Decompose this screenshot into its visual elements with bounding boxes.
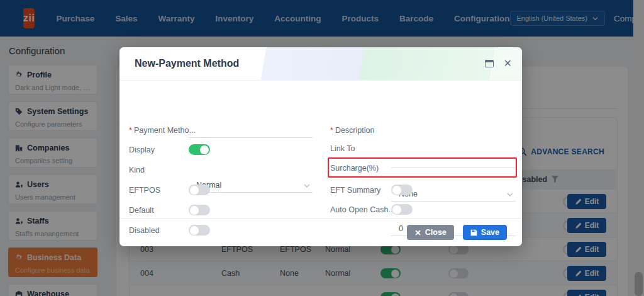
x-icon: ✕ (414, 228, 421, 237)
eftpos-toggle[interactable] (189, 185, 210, 195)
kind-label: Kind (129, 166, 145, 174)
save-disk-icon (470, 229, 477, 236)
close-icon[interactable]: ✕ (504, 59, 512, 69)
auto-open-cash-label: Auto Open Cash... (330, 205, 395, 214)
payment-method-input[interactable] (189, 123, 313, 138)
modal-body: Payment Metho... Display Kind Normal EFT… (119, 81, 522, 218)
modal-footer: ✕Close Save (119, 218, 522, 246)
description-label: Description (330, 126, 374, 135)
maximize-icon[interactable] (485, 60, 494, 67)
default-toggle[interactable] (189, 205, 210, 215)
description-input[interactable] (391, 153, 516, 168)
payment-method-label: Payment Metho... (129, 126, 196, 135)
display-toggle[interactable] (189, 144, 210, 155)
save-button[interactable]: Save (463, 225, 507, 240)
eft-summary-toggle[interactable] (391, 185, 413, 195)
modal-title: New-Payment Method (135, 58, 239, 69)
surcharge-label: Surcharge(%) (330, 164, 379, 173)
default-label: Default (129, 206, 154, 215)
link-to-label: Link To (330, 144, 355, 153)
new-payment-method-modal: New-Payment Method ✕ Payment Metho... Di… (119, 47, 522, 246)
close-button[interactable]: ✕Close (407, 225, 454, 240)
eft-summary-label: EFT Summary (330, 186, 380, 195)
auto-open-cash-toggle[interactable] (391, 204, 413, 215)
modal-header: New-Payment Method ✕ (119, 47, 522, 81)
display-label: Display (129, 145, 155, 154)
eftpos-label: EFTPOS (129, 186, 160, 195)
